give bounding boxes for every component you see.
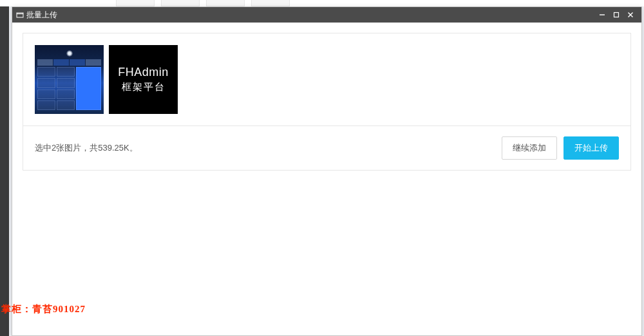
close-button[interactable] <box>623 8 638 22</box>
maximize-button[interactable] <box>609 8 623 22</box>
upload-panel: FHAdmin 框架平台 选中2张图片，共539.25K。 继续添加 开始上传 <box>23 33 631 171</box>
watermark-label: 掌柜： <box>1 304 32 314</box>
window-icon <box>16 11 24 19</box>
upload-thumbnail[interactable]: FHAdmin 框架平台 <box>109 45 178 114</box>
modal-body: FHAdmin 框架平台 选中2张图片，共539.25K。 继续添加 开始上传 <box>12 23 641 335</box>
status-text: 选中2张图片，共539.25K。 <box>35 142 138 154</box>
thumb-text-line2: 框架平台 <box>122 81 166 93</box>
modal-title: 批量上传 <box>26 10 57 21</box>
watermark: 掌柜：青苔901027 <box>1 303 86 315</box>
bg-toolbar-row <box>0 0 644 6</box>
minimize-button[interactable] <box>595 8 609 22</box>
thumb-text-line1: FHAdmin <box>118 66 169 79</box>
bg-left-strip <box>0 0 9 336</box>
continue-add-button[interactable]: 继续添加 <box>502 136 557 160</box>
upload-status-bar: 选中2张图片，共539.25K。 继续添加 开始上传 <box>23 126 630 170</box>
watermark-value: 青苔901027 <box>32 304 86 314</box>
upload-modal: 批量上传 <box>12 6 642 336</box>
start-upload-button[interactable]: 开始上传 <box>564 136 619 160</box>
modal-titlebar: 批量上传 <box>12 7 641 23</box>
thumbnail-list: FHAdmin 框架平台 <box>23 33 630 126</box>
svg-rect-3 <box>614 13 619 17</box>
upload-thumbnail[interactable] <box>35 45 104 114</box>
